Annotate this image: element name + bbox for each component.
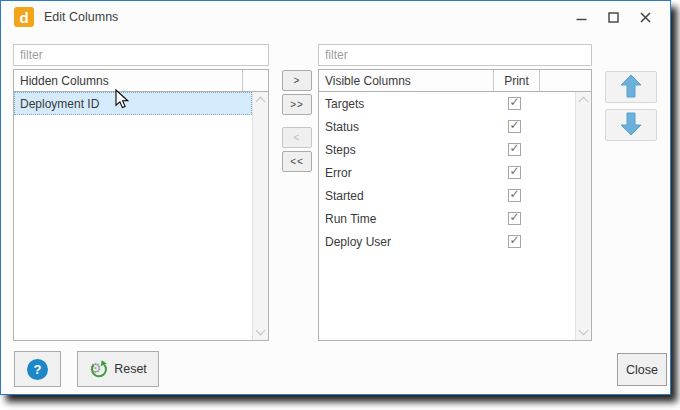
visible-columns-scrollbar[interactable]	[575, 92, 591, 340]
hidden-columns-rows: Deployment ID	[14, 92, 252, 340]
column-label: Error	[319, 166, 491, 180]
move-buttons: > >> < <<	[282, 70, 312, 172]
help-button[interactable]: ?	[14, 351, 61, 387]
move-down-button[interactable]	[605, 109, 657, 141]
reset-label: Reset	[114, 362, 147, 376]
list-item-deploy-user[interactable]: Deploy User	[319, 230, 575, 253]
print-checkbox[interactable]	[508, 143, 521, 156]
close-icon[interactable]	[636, 8, 654, 26]
minimize-icon[interactable]	[572, 8, 590, 26]
column-label: Steps	[319, 143, 491, 157]
scroll-up-icon[interactable]	[256, 97, 266, 107]
down-arrow-icon	[620, 112, 642, 139]
gear-refresh-icon: ⚙	[89, 360, 108, 379]
list-item-steps[interactable]: Steps	[319, 138, 575, 161]
list-item-run-time[interactable]: Run Time	[319, 207, 575, 230]
move-all-right-button[interactable]: >>	[282, 94, 312, 115]
column-label: Deploy User	[319, 235, 491, 249]
column-label: Deployment ID	[14, 97, 252, 111]
close-button[interactable]: Close	[617, 353, 667, 386]
maximize-icon[interactable]	[604, 8, 622, 26]
visible-columns-header-label: Visible Columns	[319, 70, 493, 91]
scroll-down-icon[interactable]	[256, 326, 266, 336]
edit-columns-dialog: d Edit Columns Hidden Columns Deployment…	[0, 0, 671, 395]
window-title: Edit Columns	[44, 10, 118, 24]
list-item-error[interactable]: Error	[319, 161, 575, 184]
hidden-columns-header: Hidden Columns	[14, 70, 268, 92]
up-arrow-icon	[620, 74, 642, 101]
print-checkbox[interactable]	[508, 166, 521, 179]
visible-columns-rows: Targets Status Steps Error Started	[319, 92, 575, 340]
header-spacer	[242, 70, 268, 91]
column-label: Status	[319, 120, 491, 134]
print-header-label: Print	[493, 70, 539, 91]
list-item-started[interactable]: Started	[319, 184, 575, 207]
title-bar[interactable]: d Edit Columns	[1, 1, 670, 33]
move-left-button[interactable]: <	[282, 127, 312, 148]
reset-button[interactable]: ⚙ Reset	[77, 351, 159, 387]
print-checkbox[interactable]	[508, 235, 521, 248]
column-label: Run Time	[319, 212, 491, 226]
print-checkbox[interactable]	[508, 97, 521, 110]
hidden-columns-list: Hidden Columns Deployment ID	[13, 69, 269, 341]
reorder-buttons	[605, 71, 657, 141]
scroll-down-icon[interactable]	[579, 326, 589, 336]
window-controls	[572, 8, 654, 26]
print-checkbox[interactable]	[508, 120, 521, 133]
scroll-up-icon[interactable]	[579, 97, 589, 107]
print-checkbox[interactable]	[508, 212, 521, 225]
list-item-status[interactable]: Status	[319, 115, 575, 138]
hidden-columns-scrollbar[interactable]	[252, 92, 268, 340]
hidden-columns-filter-input[interactable]	[13, 44, 269, 66]
header-spacer	[539, 70, 591, 91]
visible-columns-list: Visible Columns Print Targets Status Ste…	[318, 69, 592, 341]
visible-columns-header: Visible Columns Print	[319, 70, 591, 92]
question-mark-icon: ?	[27, 359, 48, 380]
list-item-targets[interactable]: Targets	[319, 92, 575, 115]
move-right-button[interactable]: >	[282, 70, 312, 91]
column-label: Targets	[319, 97, 491, 111]
app-logo-icon: d	[14, 7, 34, 27]
list-item-deployment-id[interactable]: Deployment ID	[14, 92, 252, 115]
print-checkbox[interactable]	[508, 189, 521, 202]
column-label: Started	[319, 189, 491, 203]
hidden-columns-header-label: Hidden Columns	[14, 70, 242, 91]
move-all-left-button[interactable]: <<	[282, 151, 312, 172]
visible-columns-filter-input[interactable]	[318, 44, 592, 66]
move-up-button[interactable]	[605, 71, 657, 103]
